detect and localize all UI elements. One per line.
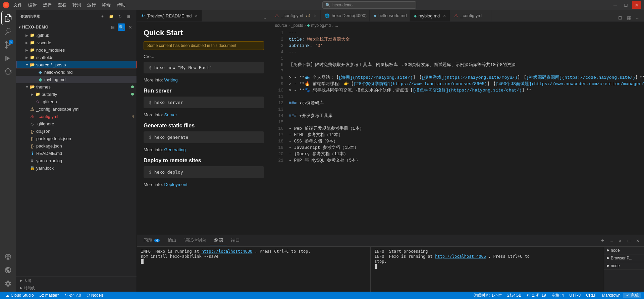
status-sleep-time[interactable]: 休眠时间: 1小时 [471, 293, 504, 298]
tree-item-hello-world[interactable]: ◆ hello-world.md [16, 68, 137, 76]
refresh-button[interactable]: ↻ [116, 13, 124, 20]
tab-hexo-demo[interactable]: 🌐 hexo Demo(4000) [321, 10, 370, 21]
tree-item-db-json[interactable]: {} db.json [16, 127, 137, 135]
menu-select[interactable]: 选择 [40, 1, 54, 9]
activity-source-control[interactable]: 1 [1, 38, 15, 52]
status-sync[interactable]: ↻ ⊙4 △0 [62, 293, 84, 298]
code-content[interactable]: 12345 678910 1112131415 1617181920 21 --… [271, 29, 644, 235]
menu-edit[interactable]: 编辑 [25, 1, 40, 9]
editor-more-button[interactable]: ··· [634, 14, 641, 21]
preview-tab-close[interactable]: ✕ [194, 13, 199, 18]
menu-run[interactable]: 运行 [85, 1, 99, 9]
terminal-tab-debug[interactable]: 调试控制台 [180, 236, 210, 245]
menu-file[interactable]: 文件 [11, 1, 25, 9]
terminal-minimize-button[interactable]: ∧ [616, 237, 624, 244]
preview-more-button[interactable]: ··· [261, 14, 268, 21]
terminal-node-2[interactable]: node [604, 262, 644, 270]
tab-config-yml-2[interactable]: ⚠ _config.yml ... [450, 10, 491, 21]
menu-terminal[interactable]: 终端 [99, 1, 113, 9]
preview-generating-link[interactable]: Generating [164, 147, 185, 152]
new-file-button[interactable]: + [99, 13, 106, 20]
terminal-close-button[interactable]: ✕ [634, 237, 641, 244]
split-editor-button[interactable]: ⊟ [616, 14, 624, 21]
tree-item-github[interactable]: ▶ 📁 .github [16, 32, 137, 39]
terminal-add-button[interactable]: + [599, 237, 606, 244]
tree-item-myblog[interactable]: ◆ myblog.md [16, 76, 137, 83]
preview-writing-link[interactable]: Writing [164, 77, 177, 82]
preview-tab-readme[interactable]: 👁 [Preview] README.md ✕ [137, 10, 202, 21]
terminal-tab-problems[interactable]: 问题 4 [140, 236, 164, 245]
activity-account[interactable] [1, 263, 15, 277]
menu-goto[interactable]: 转到 [70, 1, 84, 9]
sidebar-root-arrow: ▾ [19, 25, 21, 29]
tree-item-yarn-error[interactable]: ≡ yarn-error.log [16, 157, 137, 164]
tree-item-gitignore[interactable]: ◇ .gitignore [16, 120, 137, 127]
terminal-more-button[interactable]: ··· [608, 237, 615, 244]
preview-section-server: Run server $ hexo server More info: Serv… [144, 88, 264, 117]
tree-item-node-modules[interactable]: ▶ 📁 node_modules [16, 46, 137, 54]
activity-settings[interactable] [1, 277, 15, 290]
tree-item-themes[interactable]: ▾ 📂 themes [16, 83, 137, 91]
sidebar-filter-button[interactable]: ⊟ [109, 23, 116, 31]
terminal-tab-output[interactable]: 输出 [164, 236, 180, 245]
tree-item-scaffolds[interactable]: ▶ 📁 scaffolds [16, 54, 137, 61]
localhost-4006-link[interactable]: http://localhost:4006 [435, 254, 486, 259]
tree-item-config-yml[interactable]: ⚠ _config.yml 4 [16, 113, 137, 120]
outline-section[interactable]: ▶ 大纲 [16, 277, 137, 284]
activity-extensions[interactable] [1, 65, 15, 78]
tree-item-gitkeep[interactable]: ◇ .gitkeep [16, 98, 137, 105]
sidebar: 资源管理器 + 📁 ↻ ⊟ ▾ HEXO-DEMO ⊟ 🔍 ✕ ▶ 📁 .git… [16, 10, 137, 292]
tree-item-source-posts[interactable]: ▾ 📂 source / _posts [16, 61, 137, 68]
myblog-tab-close[interactable]: ✕ [442, 13, 447, 18]
terminal-maximize-button[interactable]: □ [625, 237, 633, 244]
activity-remote[interactable] [1, 250, 15, 263]
status-cursor-position[interactable]: 行 2, 列 19 [524, 293, 549, 298]
tree-item-vscode[interactable]: ▶ 📁 .vscode [16, 39, 137, 46]
terminal-tab-ports[interactable]: 端口 [227, 236, 244, 245]
terminal-node-1[interactable]: node [604, 247, 644, 254]
status-resources[interactable]: 2核4GB [504, 293, 524, 298]
status-nodejs[interactable]: ⬡ Nodejs [84, 293, 106, 298]
activity-run[interactable] [1, 52, 15, 65]
config-yml-tab-close[interactable]: ✕ [312, 13, 318, 18]
tab-myblog[interactable]: ◆ myblog.md ✕ [410, 10, 450, 21]
close-button[interactable]: ✕ [632, 1, 641, 9]
tree-item-yarn-lock[interactable]: 🔒 yarn.lock [16, 164, 137, 172]
config-yml-tab-icon: ⚠ [275, 13, 279, 18]
sidebar-close-search[interactable]: ✕ [126, 23, 134, 31]
minimize-button[interactable]: ─ [610, 1, 620, 9]
tree-item-butterfly[interactable]: ▶ 📁 butterfly [16, 91, 137, 98]
collapse-all-button[interactable]: ⊟ [125, 13, 132, 20]
status-branch[interactable]: ⎇ master* [37, 293, 62, 298]
preview-server-link[interactable]: Server [164, 112, 177, 117]
cursor-right [375, 264, 377, 269]
menu-view[interactable]: 查看 [55, 1, 69, 9]
status-cloud-studio[interactable]: ☁ Cloud Studio [3, 293, 37, 298]
activity-search[interactable] [1, 25, 15, 38]
status-spaces[interactable]: 空格: 4 [549, 293, 567, 298]
preview-deployment-link[interactable]: Deployment [164, 182, 187, 187]
timeline-section[interactable]: ▶ 时间线 [16, 284, 137, 292]
terminal-pane-right[interactable]: INFO Start processing INFO Hexo is runni… [371, 247, 604, 292]
terminal-browser[interactable]: Browser P... [604, 254, 644, 262]
tree-item-readme[interactable]: ℹ README.md [16, 150, 137, 157]
editor-layout-button[interactable]: ▦ [625, 14, 633, 21]
search-box[interactable]: 🔍 hexo-demo [322, 1, 416, 9]
tab-config-yml-1[interactable]: ⚠ _config.yml / 4 ✕ [271, 10, 321, 21]
status-encoding[interactable]: UTF-8 [567, 293, 583, 298]
tree-item-package-lock[interactable]: {} package-lock.json [16, 135, 137, 142]
terminal-tab-terminal[interactable]: 终端 [210, 236, 227, 245]
sidebar-search-button[interactable]: 🔍 [118, 23, 125, 31]
maximize-button[interactable]: □ [621, 1, 631, 9]
tree-item-package-json[interactable]: {} package.json [16, 142, 137, 150]
tab-hello-world[interactable]: ◆ hello-world.md [370, 10, 410, 21]
localhost-4000-link[interactable]: http://localhost:4000 [202, 249, 253, 254]
tree-item-config-landscape[interactable]: ⚠ _config.landscape.yml [16, 105, 137, 113]
terminal-pane-left[interactable]: INFO Hexo is running at http://localhost… [137, 247, 370, 292]
status-done[interactable]: ✓ 完成 [623, 293, 641, 298]
new-folder-button[interactable]: 📁 [108, 13, 115, 20]
menu-help[interactable]: 帮助 [114, 1, 128, 9]
status-language[interactable]: Markdown [599, 293, 623, 298]
activity-explorer[interactable] [1, 11, 15, 25]
status-line-ending[interactable]: CRLF [583, 293, 599, 298]
